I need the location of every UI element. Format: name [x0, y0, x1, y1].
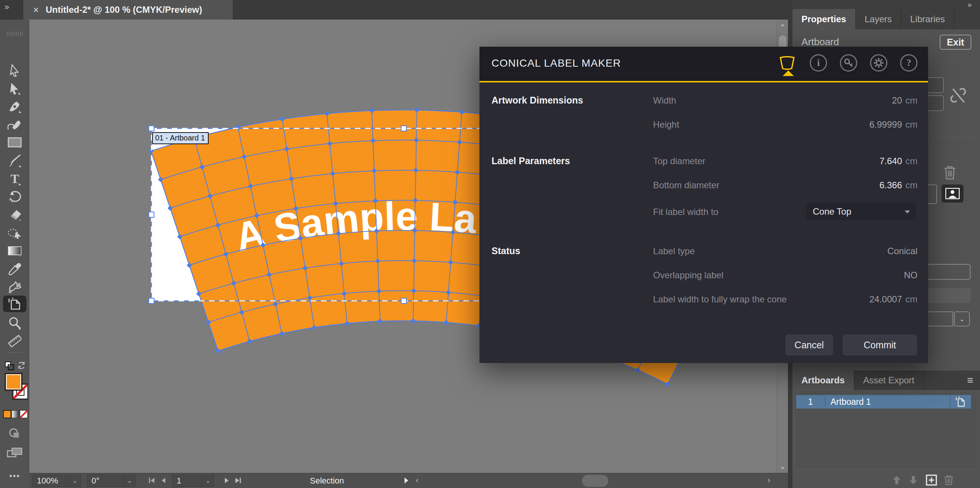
fit-label-width-label: Fit label width to	[653, 207, 718, 217]
accent-underline	[479, 81, 928, 83]
bottom-diameter-value[interactable]: 6.366cm	[880, 180, 918, 191]
commit-button[interactable]: Commit	[843, 334, 917, 356]
cancel-button[interactable]: Cancel	[785, 334, 833, 356]
key-icon[interactable]	[840, 54, 857, 72]
panel-menu-icon[interactable]: ≡	[961, 370, 980, 390]
gradient-tool[interactable]	[0, 243, 29, 259]
document-tab[interactable]: × Untitled-2* @ 100 % (CMYK/Preview)	[23, 0, 233, 19]
eyedropper-tool[interactable]	[0, 261, 29, 278]
active-tab-marker	[783, 70, 794, 76]
height-label: Height	[653, 119, 679, 130]
fill-stroke-controls[interactable]	[5, 373, 28, 404]
status-menu-arrow[interactable]	[401, 475, 411, 485]
artboard-name-tag[interactable]: 01 - Artboard 1	[152, 132, 208, 144]
panel-field-filled[interactable]	[927, 288, 970, 303]
horizontal-scroll-thumb[interactable]	[582, 475, 608, 487]
tab-libraries[interactable]: Libraries	[901, 9, 955, 29]
eraser-tool[interactable]	[0, 207, 29, 223]
artboard-row-index: 1	[796, 397, 826, 407]
toolbar-collapse-icon[interactable]: »	[5, 2, 8, 12]
tab-asset-export[interactable]: Asset Export	[854, 370, 924, 390]
artboard-row[interactable]: 1 Artboard 1	[796, 395, 971, 409]
artboard-number-select[interactable]: 1 ⌄	[172, 474, 214, 487]
panel-combo-chevron[interactable]: ⌄	[954, 312, 970, 326]
wrap-width-label: Label width to fully wrap the cone	[653, 294, 787, 305]
hscroll-right-icon[interactable]: ›	[768, 476, 770, 485]
panel-field-outline[interactable]	[927, 264, 970, 280]
pen-tool[interactable]	[0, 98, 29, 115]
tab-artboards[interactable]: Artboards	[792, 370, 854, 390]
blend-tool[interactable]	[0, 279, 29, 296]
artboard-row-name[interactable]: Artboard 1	[826, 397, 950, 407]
label-type-value: Conical	[887, 246, 918, 256]
section-label-parameters: Label Parameters	[492, 156, 570, 167]
shape-mode-tool[interactable]	[0, 426, 29, 442]
last-artboard-button[interactable]	[234, 475, 243, 485]
rotation-chevron-icon[interactable]: ⌄	[124, 475, 135, 486]
fill-color	[5, 374, 22, 390]
svg-text:T: T	[11, 172, 19, 185]
bottom-diameter-label: Bottom diameter	[653, 180, 719, 191]
type-tool[interactable]: T	[0, 170, 29, 187]
overlapping-label-label: Overlapping label	[653, 270, 724, 281]
unlink-proportions-icon[interactable]	[950, 86, 966, 105]
dropdown-caret-icon	[905, 210, 910, 213]
top-diameter-label: Top diameter	[653, 156, 705, 167]
panel-combo-field[interactable]	[927, 312, 953, 326]
curvature-tool[interactable]	[0, 116, 29, 133]
zoom-chevron-icon[interactable]: ⌄	[69, 475, 81, 486]
selection-tool[interactable]	[0, 62, 29, 79]
cone-tab-icon[interactable]	[777, 54, 797, 72]
previous-artboard-button[interactable]	[158, 475, 168, 485]
fit-width-selected-option: Cone Top	[813, 207, 851, 217]
rotation-select[interactable]: 0° ⌄	[87, 474, 135, 487]
properties-section-title: Artboard	[802, 36, 839, 48]
next-artboard-button[interactable]	[222, 475, 232, 485]
hscroll-left-icon[interactable]: ‹	[416, 476, 418, 485]
artboard-tool[interactable]	[3, 296, 26, 312]
exit-artboard-button[interactable]: Exit	[940, 35, 971, 50]
tab-close-icon[interactable]: ×	[33, 5, 39, 15]
zoom-tool[interactable]	[0, 315, 29, 331]
scroll-up-icon[interactable]: ⌃	[777, 22, 788, 32]
conical-label-maker-dialog: CONICAL LABEL MAKER i ? Artwork Dimensio…	[479, 47, 928, 363]
edit-toolbar-dots[interactable]: •••	[0, 468, 29, 484]
direct-selection-tool[interactable]	[0, 80, 29, 97]
zoom-level-select[interactable]: 100% ⌄	[32, 474, 81, 487]
overlapping-label-value: NO	[904, 270, 918, 281]
status-bar: 100% ⌄ 0° ⌄ 1 ⌄ Selection ‹ ›	[29, 473, 788, 488]
draw-mode-tool[interactable]	[0, 444, 29, 461]
new-artboard-icon[interactable]	[925, 474, 938, 486]
lasso-tool[interactable]	[0, 225, 29, 242]
scroll-down-icon[interactable]: ⌄	[777, 462, 788, 471]
tab-properties[interactable]: Properties	[792, 9, 856, 29]
artboard-page-icon[interactable]	[950, 395, 971, 409]
fit-width-dropdown[interactable]: Cone Top	[807, 203, 916, 220]
gear-icon[interactable]	[870, 54, 887, 72]
move-artboard-up-icon[interactable]	[890, 474, 903, 486]
move-artboard-down-icon[interactable]	[907, 474, 920, 486]
artboard-number-chevron-icon[interactable]: ⌄	[202, 475, 213, 486]
dialog-header[interactable]: CONICAL LABEL MAKER i ?	[479, 47, 928, 81]
measure-tool[interactable]	[0, 333, 29, 350]
delete-artboard-icon[interactable]	[942, 165, 958, 180]
rotate-tool[interactable]	[0, 189, 29, 205]
current-tool-indicator: Selection	[285, 476, 368, 486]
fill-stroke-swap[interactable]	[0, 358, 29, 374]
first-artboard-button[interactable]	[147, 475, 157, 485]
info-icon[interactable]: i	[810, 54, 827, 72]
paintbrush-tool[interactable]	[0, 153, 29, 169]
delete-artboard-footer-icon[interactable]	[942, 474, 955, 486]
rectangle-tool[interactable]	[0, 134, 29, 151]
tools-panel: T	[0, 19, 30, 488]
top-diameter-value[interactable]: 7.640cm	[880, 156, 918, 167]
color-swatch-group[interactable]	[3, 410, 28, 420]
toolbar-grip-handle[interactable]	[7, 32, 22, 36]
toolbar-divider	[6, 353, 23, 353]
width-label: Width	[653, 95, 676, 106]
help-icon[interactable]: ?	[900, 54, 918, 72]
panel-collapse-icon[interactable]: »	[967, 0, 971, 9]
landscape-orientation-button[interactable]	[942, 184, 963, 203]
tab-layers[interactable]: Layers	[856, 9, 901, 29]
landscape-icon	[945, 188, 960, 199]
